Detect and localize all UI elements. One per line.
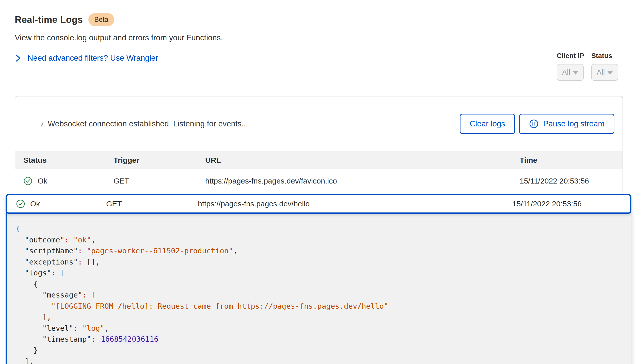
realtime-logs-page: Real-time Logs Beta View the console.log… — [0, 0, 637, 364]
clear-logs-label: Clear logs — [470, 119, 505, 128]
wrangler-link[interactable]: Need advanced filters? Use Wrangler — [15, 52, 158, 63]
row-url: https://pages-fns.pages.dev/hello — [198, 200, 512, 208]
client-ip-dropdown[interactable]: All — [557, 64, 584, 81]
status-label: Status — [591, 52, 618, 60]
row-time: 15/11/2022 20:53:56 — [520, 177, 623, 185]
page-title: Real-time Logs — [15, 14, 83, 25]
clear-logs-button[interactable]: Clear logs — [460, 114, 515, 134]
log-toolbar: Websocket connection established. Listen… — [15, 96, 623, 151]
column-trigger: Trigger — [114, 156, 205, 164]
client-ip-label: Client IP — [557, 52, 584, 60]
page-subtitle: View the console.log output and errors f… — [15, 33, 622, 42]
table-header: Status Trigger URL Time — [15, 151, 623, 169]
spinner-icon — [36, 120, 43, 127]
client-ip-value: All — [562, 68, 570, 77]
beta-badge: Beta — [88, 13, 114, 26]
status-value: All — [597, 68, 605, 77]
expanded-log-entry: Ok GET https://pages-fns.pages.dev/hello… — [6, 194, 631, 364]
log-detail-json: { "outcome": "ok", "scriptName": "pages-… — [16, 223, 631, 364]
table-row[interactable]: Ok GET https://pages-fns.pages.dev/favic… — [15, 169, 623, 193]
status-dropdown[interactable]: All — [591, 64, 618, 81]
row-url: https://pages-fns.pages.dev/favicon.ico — [205, 177, 520, 185]
check-circle-icon — [23, 176, 33, 186]
websocket-status-text: Websocket connection established. Listen… — [48, 119, 248, 128]
row-time: 15/11/2022 20:53:56 — [512, 200, 630, 208]
websocket-status: Websocket connection established. Listen… — [36, 119, 248, 128]
wrangler-link-label: Need advanced filters? Use Wrangler — [27, 54, 158, 63]
row-trigger: GET — [106, 200, 198, 208]
caret-down-icon — [573, 71, 578, 75]
column-status: Status — [23, 156, 114, 164]
caret-down-icon — [607, 71, 613, 75]
status-filter: Status All — [591, 52, 618, 81]
filter-bar: Client IP All Status All — [557, 52, 618, 81]
pause-log-stream-button[interactable]: Pause log stream — [519, 114, 614, 134]
pause-icon — [529, 119, 539, 129]
chevron-right-icon — [15, 54, 21, 62]
selected-table-row[interactable]: Ok GET https://pages-fns.pages.dev/hello… — [6, 194, 631, 214]
row-status: Ok — [30, 200, 40, 208]
column-url: URL — [205, 156, 520, 164]
check-circle-icon — [16, 199, 25, 208]
log-detail-panel: { "outcome": "ok", "scriptName": "pages-… — [6, 213, 631, 364]
client-ip-filter: Client IP All — [557, 52, 584, 81]
row-trigger: GET — [114, 177, 205, 185]
pause-log-stream-label: Pause log stream — [543, 119, 604, 128]
row-status: Ok — [38, 177, 47, 185]
page-header: Real-time Logs Beta View the console.log… — [0, 0, 637, 81]
column-time: Time — [520, 156, 623, 164]
